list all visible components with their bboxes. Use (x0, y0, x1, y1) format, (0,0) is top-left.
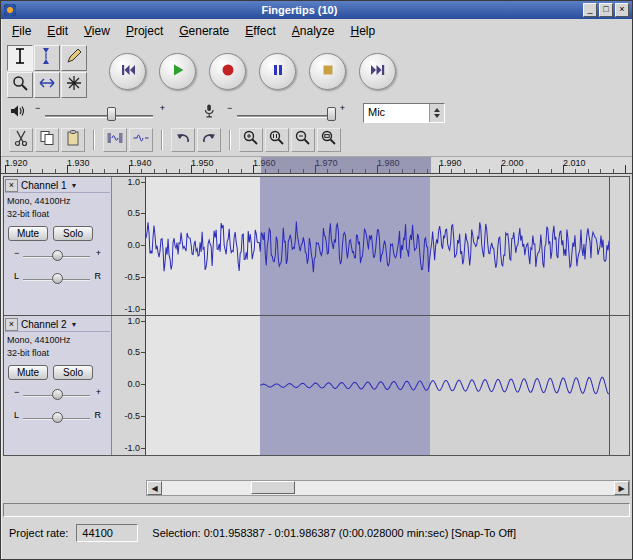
menu-help[interactable]: Help (343, 21, 382, 41)
track-control-panel: × Channel 1 ▼ Mono, 44100Hz 32-bit float… (4, 177, 112, 315)
selection-tool-button[interactable] (7, 45, 33, 71)
scale-label: 1.0 (127, 177, 140, 187)
scroll-row: ◀ ▶ (3, 480, 630, 496)
timeshift-tool-button[interactable] (34, 72, 60, 98)
track-menu-arrow-icon[interactable]: ▼ (71, 321, 78, 328)
titlebar[interactable]: Fingertips (10) _ □ × (1, 1, 632, 19)
menu-file[interactable]: File (5, 21, 38, 41)
scrollbar-thumb[interactable] (251, 481, 295, 494)
envelope-icon (38, 47, 56, 69)
scale-label: 1.0 (127, 316, 140, 326)
skip-start-icon (120, 62, 136, 82)
gain-thumb[interactable] (52, 250, 63, 261)
track-channel-2: × Channel 2 ▼ Mono, 44100Hz 32-bit float… (3, 316, 630, 456)
zoom-selection-icon (268, 129, 286, 151)
multi-tool-button[interactable] (61, 72, 87, 98)
scroll-right-icon[interactable]: ▶ (614, 481, 629, 495)
menu-project[interactable]: Project (119, 21, 170, 41)
silence-button[interactable] (129, 128, 153, 152)
zoom-fit-project-button[interactable] (317, 128, 341, 152)
menu-view[interactable]: View (77, 21, 117, 41)
solo-button[interactable]: Solo (53, 365, 93, 380)
copy-icon (38, 129, 56, 151)
minimize-icon[interactable]: _ (583, 3, 597, 17)
horizontal-scrollbar[interactable]: ◀ ▶ (146, 480, 630, 496)
record-button[interactable] (209, 53, 246, 90)
maximize-icon[interactable]: □ (599, 3, 613, 17)
spinner-icon[interactable] (429, 104, 444, 122)
status-strip (3, 503, 630, 517)
pan-thumb[interactable] (52, 412, 63, 423)
waveform-display[interactable] (146, 316, 609, 455)
track-menu-arrow-icon[interactable]: ▼ (71, 182, 78, 189)
track-title[interactable]: Channel 2 (21, 319, 67, 330)
copy-button[interactable] (35, 128, 59, 152)
menu-analyze[interactable]: Analyze (285, 21, 342, 41)
trim-button[interactable] (103, 128, 127, 152)
draw-tool-button[interactable] (61, 45, 87, 71)
play-icon (170, 62, 186, 82)
scroll-left-icon[interactable]: ◀ (147, 481, 162, 495)
zoom-fit-selection-button[interactable] (265, 128, 289, 152)
input-slider-thumb[interactable] (327, 107, 336, 121)
pan-right-label: R (95, 410, 102, 420)
track-channel-1: × Channel 1 ▼ Mono, 44100Hz 32-bit float… (3, 176, 630, 316)
zoom-tool-button[interactable] (7, 72, 33, 98)
output-min-label: − (35, 103, 40, 113)
skip-to-start-button[interactable] (109, 53, 146, 90)
input-volume-slider[interactable]: − + (227, 103, 345, 123)
track-header: × Channel 1 ▼ (5, 178, 110, 193)
output-volume-slider[interactable]: − + (35, 103, 165, 123)
solo-button[interactable]: Solo (53, 226, 93, 241)
tools-grid (7, 45, 87, 98)
gain-slider[interactable]: − + (14, 247, 101, 264)
scale-label: -1.0 (124, 443, 140, 453)
mute-button[interactable]: Mute (8, 226, 48, 241)
cut-button[interactable] (9, 128, 33, 152)
waveform-display[interactable] (146, 177, 609, 315)
play-button[interactable] (159, 53, 196, 90)
mic-icon (201, 103, 217, 123)
pan-left-label: L (14, 410, 19, 420)
stop-button[interactable] (309, 53, 346, 90)
menu-edit[interactable]: Edit (40, 21, 75, 41)
track-area: × Channel 1 ▼ Mono, 44100Hz 32-bit float… (3, 176, 630, 456)
gain-slider[interactable]: − + (14, 386, 101, 403)
scale-label: 0.0 (127, 240, 140, 250)
track-depth-label: 32-bit float (5, 209, 110, 219)
gain-min-label: − (14, 248, 19, 258)
edit-toolbar (1, 126, 632, 154)
menu-effect[interactable]: Effect (238, 21, 282, 41)
undo-button[interactable] (171, 128, 195, 152)
track-close-button[interactable]: × (5, 179, 18, 192)
track-title[interactable]: Channel 1 (21, 180, 67, 191)
output-slider-thumb[interactable] (107, 107, 116, 121)
timeline-ruler[interactable]: 1.920 1.930 1.940 1.950 1.960 1.970 1.98… (1, 156, 632, 174)
vertical-ruler[interactable]: 1.0 0.5 0.0 -0.5 -1.0 (112, 316, 146, 455)
zoom-in-button[interactable] (239, 128, 263, 152)
envelope-tool-button[interactable] (34, 45, 60, 71)
skip-to-end-button[interactable] (359, 53, 396, 90)
close-icon[interactable]: × (615, 3, 629, 17)
input-source-value: Mic (364, 104, 429, 122)
gain-thumb[interactable] (52, 389, 63, 400)
pan-slider[interactable]: L R (14, 409, 101, 426)
input-source-select[interactable]: Mic (363, 103, 445, 123)
track-format-label: Mono, 44100Hz (5, 335, 110, 345)
mute-solo-row: Mute Solo (8, 226, 108, 241)
mute-button[interactable]: Mute (8, 365, 48, 380)
pause-button[interactable] (259, 53, 296, 90)
track-close-button[interactable]: × (5, 318, 18, 331)
star-icon (65, 74, 83, 96)
mute-solo-row: Mute Solo (8, 365, 108, 380)
pan-thumb[interactable] (52, 273, 63, 284)
paste-button[interactable] (61, 128, 85, 152)
toolbar-separator (161, 130, 163, 150)
redo-button[interactable] (197, 128, 221, 152)
vertical-ruler[interactable]: 1.0 0.5 0.0 -0.5 -1.0 (112, 177, 146, 315)
pan-slider[interactable]: L R (14, 270, 101, 287)
menubar: File Edit View Project Generate Effect A… (1, 19, 632, 43)
pan-right-label: R (95, 271, 102, 281)
zoom-out-button[interactable] (291, 128, 315, 152)
menu-generate[interactable]: Generate (172, 21, 236, 41)
